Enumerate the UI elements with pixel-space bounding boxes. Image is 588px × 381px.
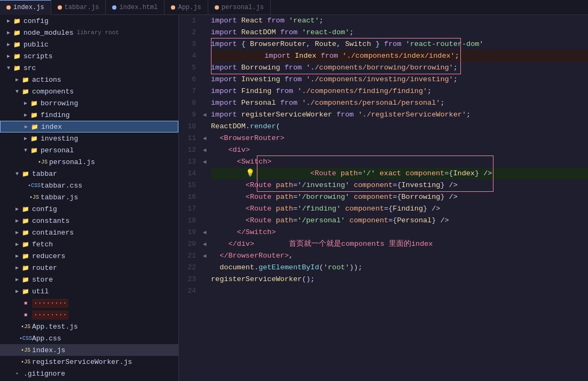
- sidebar-item-app-test[interactable]: ▪JS App.test.js: [0, 321, 178, 332]
- attr-path4: path: [276, 203, 293, 215]
- code-line-1: import React from 'react';: [211, 15, 588, 27]
- folder-icon: 📁: [30, 135, 38, 142]
- comp-index: Index: [295, 52, 321, 60]
- kw-import9: import: [211, 109, 241, 121]
- sidebar-item-node-modules[interactable]: ▶ 📁 node_modules library root: [0, 27, 178, 38]
- sidebar-label-personal-js: personal.js: [49, 158, 95, 166]
- comp-investing: Investing: [241, 74, 285, 85]
- attr-path: path: [341, 169, 358, 177]
- indent-22: [211, 262, 219, 274]
- punct-close3: } />: [440, 191, 457, 203]
- method-render: render: [250, 121, 276, 133]
- punct-close5: } />: [432, 215, 449, 227]
- sidebar-item-personal[interactable]: ▼ 📁 personal: [0, 144, 178, 156]
- sidebar-item-scripts[interactable]: ▶ 📁 scripts: [0, 50, 178, 62]
- sidebar-item-index-js[interactable]: ▪JS index.js: [0, 344, 178, 356]
- folder-icon: 📁: [21, 170, 30, 177]
- tab-label-tabbar-js: tabbar.js: [65, 4, 99, 11]
- sidebar-item-tabbar-js[interactable]: ▪JS tabbar.js: [0, 191, 178, 203]
- line-num-16: 16: [179, 191, 196, 203]
- sidebar-item-router[interactable]: ▶ 📁 router: [0, 262, 178, 274]
- folder-icon: 📁: [13, 29, 21, 36]
- file-icon-css2: ▪CSS: [21, 335, 30, 342]
- sidebar-item-investing[interactable]: ▶ 📁 investing: [0, 133, 178, 144]
- sidebar-item-red1[interactable]: ■ ········: [0, 297, 178, 309]
- sidebar-item-gitignore[interactable]: ▪ .gitignore: [0, 368, 178, 379]
- sidebar-item-tabbar[interactable]: ▼ 📁 tabbar: [0, 168, 178, 180]
- sidebar-label-node-modules: node_modules: [23, 29, 74, 37]
- sidebar-item-containers[interactable]: ▶ 📁 containers: [0, 227, 178, 238]
- kw-from: from: [267, 15, 289, 27]
- code-line-18: <Route path='/personal' component={Perso…: [211, 215, 588, 227]
- sidebar-label-fetch: fetch: [32, 240, 53, 248]
- tab-index-html[interactable]: index.html: [106, 0, 164, 15]
- punct-paren2: (: [319, 262, 324, 274]
- sidebar-item-fetch[interactable]: ▶ 📁 fetch: [0, 238, 178, 250]
- sidebar-item-app-css[interactable]: ▪CSS App.css: [0, 332, 178, 344]
- comp-rsw: registerServiceWorker: [241, 109, 336, 121]
- tag-route4: <Route: [246, 203, 276, 215]
- fold-5: [200, 62, 209, 74]
- sidebar-item-reducers[interactable]: ▶ 📁 reducers: [0, 250, 178, 262]
- kw-import4: import: [264, 52, 295, 60]
- code-line-8: import Personal from './components/perso…: [211, 97, 588, 109]
- code-lines[interactable]: import React from 'react'; import ReactD…: [209, 15, 588, 297]
- line-num-22: 22: [179, 262, 196, 274]
- main-layout: ▶ 📁 config ▶ 📁 node_modules library root…: [0, 15, 588, 381]
- sidebar-item-src[interactable]: ▼ 📁 src: [0, 62, 178, 74]
- tab-app-js[interactable]: App.js: [164, 0, 208, 15]
- sidebar-label-tabbar-js: tabbar.js: [41, 193, 78, 201]
- arrow-icon: ▼: [4, 65, 13, 71]
- sidebar-item-actions[interactable]: ▶ 📁 actions: [0, 74, 178, 85]
- sidebar-item-register-sw[interactable]: ▪JS registerServiceWorker.js: [0, 356, 178, 368]
- tab-index-js[interactable]: index.js: [0, 0, 51, 15]
- file-icon-css: ▪CSS: [30, 182, 38, 189]
- sidebar-item-personal-js[interactable]: ▪JS personal.js: [0, 156, 178, 168]
- sidebar-label-constants: constants: [32, 217, 69, 225]
- comp-borrowing: Borrowing: [241, 62, 285, 74]
- comp-reactdom: ReactDOM: [241, 27, 280, 38]
- folder-icon: 📁: [30, 99, 38, 107]
- comp-react: React: [241, 15, 268, 27]
- sidebar-item-util[interactable]: ▶ 📁 util: [0, 285, 178, 297]
- file-icon-red2: ■: [21, 311, 30, 318]
- sidebar-label-src: src: [23, 64, 36, 72]
- line-num-17: 17: [179, 203, 196, 215]
- str-borrowing-path: './components/borrowing/borrowing': [306, 62, 453, 74]
- sidebar-item-tabbar-css[interactable]: ▪CSS tabbar.css: [0, 180, 178, 191]
- sidebar-item-index[interactable]: ▶ 📁 index: [0, 121, 178, 133]
- line-num-5: 5: [179, 62, 196, 74]
- code-line-6: import Investing from './components/inve…: [211, 74, 588, 85]
- tab-dot-personal: [215, 5, 219, 10]
- sidebar-item-components[interactable]: ▼ 📁 components: [0, 85, 178, 97]
- sidebar-item-public[interactable]: ▶ 📁 public: [0, 38, 178, 50]
- folder-icon: 📁: [21, 205, 30, 213]
- code-line-24: [211, 285, 588, 297]
- kw-from7: from: [276, 85, 298, 97]
- tab-personal-js[interactable]: personal.js: [208, 0, 271, 15]
- str-index-path: './components/index/index': [342, 52, 455, 60]
- punct-eq4: ={: [393, 180, 401, 191]
- arrow-icon: ▶: [13, 76, 21, 83]
- sidebar-item-finding[interactable]: ▶ 📁 finding: [0, 109, 178, 121]
- tag-route-open: <Route: [310, 169, 341, 177]
- line-num-3: 3: [179, 38, 196, 50]
- folder-icon: 📁: [21, 287, 30, 295]
- line-num-23: 23: [179, 274, 196, 285]
- fold-11: ◀: [200, 133, 209, 144]
- indent-19: [211, 227, 237, 238]
- sidebar-item-store[interactable]: ▶ 📁 store: [0, 274, 178, 285]
- sidebar-item-constants[interactable]: ▶ 📁 constants: [0, 215, 178, 227]
- punct-semi5: ;: [453, 62, 458, 74]
- indent-15: [211, 180, 246, 191]
- folder-icon: 📁: [21, 252, 30, 260]
- comp-rsw2: registerServiceWorker: [211, 274, 302, 285]
- code-editor[interactable]: 1 2 3 4 5 6 7 8 9 10 11 12 13 14 15 16 1…: [179, 15, 588, 381]
- sidebar-item-red2[interactable]: ■ ········: [0, 309, 178, 321]
- punct-eq5: =: [293, 191, 297, 203]
- tab-tabbar-js[interactable]: tabbar.js: [51, 0, 106, 15]
- sidebar-item-config2[interactable]: ▶ 📁 config: [0, 203, 178, 215]
- kw-import7: import: [211, 85, 241, 97]
- sidebar-item-config[interactable]: ▶ 📁 config: [0, 15, 178, 27]
- sidebar-item-borrowing[interactable]: ▶ 📁 borrowing: [0, 97, 178, 109]
